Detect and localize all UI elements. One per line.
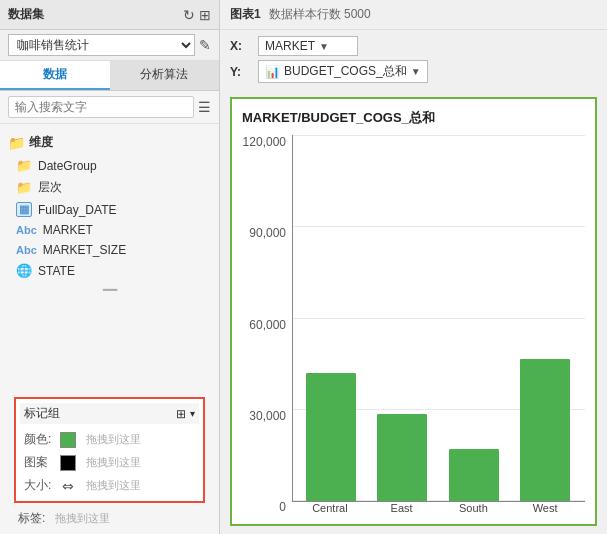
pattern-drag-placeholder: 拖拽到这里 — [86, 455, 141, 470]
dataset-icons: ↻ ⊞ — [183, 7, 211, 23]
x-value: MARKET — [265, 39, 315, 53]
color-label: 颜色: — [24, 431, 54, 448]
y-tick-2: 30,000 — [249, 409, 286, 423]
state-label: STATE — [38, 264, 75, 278]
scrollbar-hint: ━━ — [0, 281, 219, 299]
dategroup-label: DateGroup — [38, 159, 97, 173]
gridline-3 — [293, 318, 585, 319]
market-label: MARKET — [43, 223, 93, 237]
left-panel: 数据集 ↻ ⊞ 咖啡销售统计 ✎ 数据 分析算法 ☰ 📁 维度 📁 DateGr… — [0, 0, 220, 534]
chart-inner: 120,000 90,000 60,000 30,000 0 — [242, 135, 585, 514]
layer-folder-icon: 📁 — [16, 180, 32, 195]
fullday-label: FullDay_DATE — [38, 203, 116, 217]
list-item[interactable]: 🌐 STATE — [0, 260, 219, 281]
chart-header: 图表1 数据样本行数 5000 — [220, 0, 607, 30]
bars-area: Central East South West — [292, 135, 585, 514]
x-label-east: East — [372, 502, 432, 514]
chart-container: MARKET/BUDGET_COGS_总和 120,000 90,000 60,… — [230, 97, 597, 526]
color-swatch[interactable] — [60, 432, 76, 448]
market-size-abc-icon: Abc — [16, 244, 37, 256]
x-label-south: South — [444, 502, 504, 514]
grid-icon[interactable]: ⊞ — [199, 7, 211, 23]
pattern-label: 图案 — [24, 454, 54, 471]
y-dropdown-arrow: ▼ — [411, 66, 421, 77]
y-label: Y: — [230, 65, 250, 79]
tag-row: 标签: 拖拽到这里 — [6, 507, 213, 530]
refresh-icon[interactable]: ↻ — [183, 7, 195, 23]
pattern-mark-row: 图案 拖拽到这里 — [20, 451, 199, 474]
marks-group-header: 标记组 ⊞ ▾ — [20, 403, 199, 424]
market-size-label: MARKET_SIZE — [43, 243, 126, 257]
color-drag-placeholder: 拖拽到这里 — [86, 432, 141, 447]
dategroup-folder-icon: 📁 — [16, 158, 32, 173]
dataset-label: 数据集 — [8, 6, 44, 23]
y-tick-3: 60,000 — [249, 318, 286, 332]
list-item[interactable]: 📁 层次 — [0, 176, 219, 199]
y-axis-icon: 📊 — [265, 65, 280, 79]
list-item[interactable]: 📁 DateGroup — [0, 155, 219, 176]
chart-plot-title: MARKET/BUDGET_COGS_总和 — [242, 109, 585, 127]
marks-group: 标记组 ⊞ ▾ 颜色: 拖拽到这里 图案 拖拽到这里 大小: — [14, 397, 205, 503]
bar-group-west — [516, 359, 576, 501]
layer-label: 层次 — [38, 179, 62, 196]
sample-info: 数据样本行数 5000 — [269, 6, 371, 23]
y-tick-4: 90,000 — [249, 226, 286, 240]
dataset-select[interactable]: 咖啡销售统计 — [8, 34, 195, 56]
tab-data[interactable]: 数据 — [0, 61, 110, 90]
bar-central — [306, 373, 356, 501]
search-options-icon[interactable]: ☰ — [198, 99, 211, 115]
bar-west — [520, 359, 570, 501]
gridline-1 — [293, 135, 585, 136]
y-tick-5: 120,000 — [243, 135, 286, 149]
dimensions-section: 📁 维度 📁 DateGroup 📁 层次 ▦ FullDay_DATE Abc… — [0, 124, 219, 389]
tabs-row: 数据 分析算法 — [0, 61, 219, 91]
bar-group-south — [444, 449, 504, 501]
x-labels: Central East South West — [292, 502, 585, 514]
axis-config: X: MARKET ▼ Y: 📊 BUDGET_COGS_总和 ▼ — [220, 30, 607, 89]
x-label-west: West — [515, 502, 575, 514]
x-label: X: — [230, 39, 250, 53]
y-value: BUDGET_COGS_总和 — [284, 63, 407, 80]
marks-arrow-icon[interactable]: ▾ — [190, 408, 195, 419]
size-drag-placeholder: 拖拽到这里 — [86, 478, 141, 493]
bar-south — [449, 449, 499, 501]
tab-analysis[interactable]: 分析算法 — [110, 61, 220, 90]
list-item[interactable]: Abc MARKET_SIZE — [0, 240, 219, 260]
bar-group-central — [301, 373, 361, 501]
x-dropdown-arrow: ▼ — [319, 41, 329, 52]
size-icon[interactable]: ⇔ — [60, 478, 76, 494]
dataset-select-row: 咖啡销售统计 ✎ — [0, 30, 219, 61]
pattern-swatch[interactable] — [60, 455, 76, 471]
gridline-2 — [293, 226, 585, 227]
size-label: 大小: — [24, 477, 54, 494]
x-axis-select[interactable]: MARKET ▼ — [258, 36, 358, 56]
bars-row — [292, 135, 585, 502]
search-row: ☰ — [0, 91, 219, 124]
y-axis: 120,000 90,000 60,000 30,000 0 — [242, 135, 292, 514]
y-tick-1: 0 — [279, 500, 286, 514]
dimensions-folder-icon: 📁 — [8, 135, 25, 151]
list-item[interactable]: ▦ FullDay_DATE — [0, 199, 219, 220]
size-mark-row: 大小: ⇔ 拖拽到这里 — [20, 474, 199, 497]
dimensions-title: 📁 维度 — [0, 130, 219, 155]
state-globe-icon: 🌐 — [16, 263, 32, 278]
tag-label: 标签: — [18, 510, 45, 527]
bar-group-east — [373, 414, 433, 501]
marks-expand-icon[interactable]: ⊞ — [176, 407, 186, 421]
chart-plot-area: 120,000 90,000 60,000 30,000 0 — [242, 135, 585, 514]
right-panel: 图表1 数据样本行数 5000 X: MARKET ▼ Y: 📊 BUDGET_… — [220, 0, 607, 534]
search-input[interactable] — [8, 96, 194, 118]
edit-dataset-icon[interactable]: ✎ — [199, 37, 211, 53]
chart-area: MARKET/BUDGET_COGS_总和 120,000 90,000 60,… — [220, 89, 607, 534]
color-mark-row: 颜色: 拖拽到这里 — [20, 428, 199, 451]
y-axis-row: Y: 📊 BUDGET_COGS_总和 ▼ — [230, 60, 597, 83]
dimensions-label: 维度 — [29, 134, 53, 151]
fullday-date-icon: ▦ — [16, 202, 32, 217]
chart-title-label: 图表1 — [230, 6, 261, 23]
market-abc-icon: Abc — [16, 224, 37, 236]
tag-drag-placeholder: 拖拽到这里 — [55, 511, 110, 526]
y-axis-select[interactable]: 📊 BUDGET_COGS_总和 ▼ — [258, 60, 428, 83]
list-item[interactable]: Abc MARKET — [0, 220, 219, 240]
bar-east — [377, 414, 427, 501]
dataset-header: 数据集 ↻ ⊞ — [0, 0, 219, 30]
